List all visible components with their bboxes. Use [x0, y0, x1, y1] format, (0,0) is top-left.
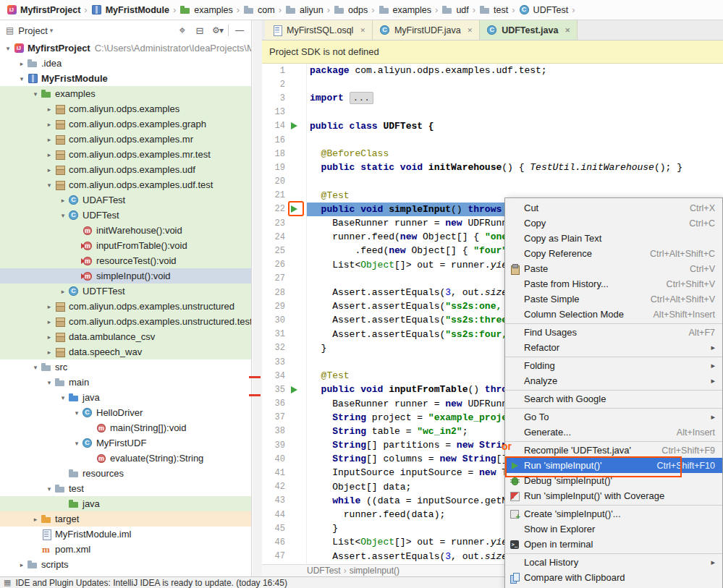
- tree-item[interactable]: ▾examples: [0, 86, 251, 101]
- code-line[interactable]: 18 @BeforeClass: [262, 147, 723, 161]
- hide-icon[interactable]: [231, 22, 248, 38]
- code-line[interactable]: 1package com.aliyun.odps.examples.udf.te…: [262, 64, 723, 77]
- tree-chevron-open-icon[interactable]: ▾: [3, 45, 13, 52]
- tree-item[interactable]: resources: [0, 466, 251, 481]
- tree-item[interactable]: ▸com.aliyun.odps.examples.graph: [0, 116, 251, 132]
- tree-item[interactable]: ▸target: [0, 511, 251, 527]
- tree-chevron-open-icon[interactable]: ▾: [30, 90, 41, 98]
- locate-icon[interactable]: [174, 22, 191, 38]
- tree-chevron-closed-icon[interactable]: ▸: [44, 151, 54, 158]
- tab-UDFTest.java[interactable]: UDFTest.java✕: [480, 20, 578, 40]
- menu-item[interactable]: Copy ReferenceCtrl+Alt+Shift+C: [505, 246, 722, 261]
- tree-item[interactable]: ▾src: [0, 359, 251, 375]
- run-icon[interactable]: [291, 386, 297, 393]
- tree-item[interactable]: ▾MyFirstUDF: [0, 435, 251, 451]
- menu-item[interactable]: Refactor▸: [505, 340, 722, 355]
- menu-item[interactable]: Column Selection ModeAlt+Shift+Insert: [505, 307, 722, 322]
- tree-item[interactable]: ▾MyFristModule: [0, 71, 251, 86]
- close-icon[interactable]: ✕: [565, 27, 570, 34]
- run-icon[interactable]: [291, 122, 297, 129]
- tree-chevron-closed-icon[interactable]: ▸: [44, 318, 54, 325]
- collapse-all-icon[interactable]: [191, 22, 208, 38]
- breadcrumb-item[interactable]: MyfirstProject: [4, 4, 82, 16]
- tree-item[interactable]: ▸com.aliyun.odps.examples: [0, 101, 251, 116]
- tree-item[interactable]: ▾com.aliyun.odps.examples.udf.test: [0, 177, 251, 192]
- code-line[interactable]: 13: [262, 106, 723, 119]
- menu-item[interactable]: CutCtrl+X: [505, 200, 722, 216]
- code-line[interactable]: 19 public static void initWarehouse() { …: [262, 161, 723, 174]
- menu-item[interactable]: Open in terminal: [505, 537, 722, 552]
- tree-chevron-closed-icon[interactable]: ▸: [44, 303, 54, 310]
- tree-item[interactable]: inputFromTable():void: [0, 238, 251, 253]
- tree-item[interactable]: ▸com.aliyun.odps.examples.unstructured.t…: [0, 314, 251, 329]
- code-line[interactable]: 16: [262, 133, 723, 147]
- close-icon[interactable]: ✕: [468, 27, 473, 34]
- menu-item[interactable]: Compare with Clipboard: [505, 570, 722, 585]
- tab-MyFirstUDF.java[interactable]: MyFirstUDF.java✕: [373, 20, 480, 40]
- menu-item[interactable]: Debug 'simpleInput()': [505, 473, 722, 488]
- tree-item[interactable]: ▸com.aliyun.odps.examples.unstructured: [0, 299, 251, 314]
- tree-chevron-open-icon[interactable]: ▾: [44, 485, 54, 493]
- breadcrumb-item[interactable]: aliyun: [284, 4, 325, 16]
- menu-item[interactable]: Create 'simpleInput()'...: [505, 506, 722, 521]
- menu-item[interactable]: Local History▸: [505, 555, 722, 570]
- tree-item[interactable]: ▾java: [0, 390, 251, 405]
- settings-icon[interactable]: [208, 22, 226, 38]
- tree-item[interactable]: ▾HelloDriver: [0, 405, 251, 420]
- tree-item[interactable]: simpleInput():void: [0, 268, 251, 284]
- breadcrumb-item[interactable]: examples: [178, 4, 234, 16]
- breadcrumb-item[interactable]: udf: [440, 4, 470, 16]
- tree-chevron-closed-icon[interactable]: ▸: [30, 516, 41, 523]
- menu-item[interactable]: Find UsagesAlt+F7: [505, 325, 722, 340]
- breadcrumb-item[interactable]: UDFTest: [517, 4, 570, 16]
- menu-item[interactable]: Folding▸: [505, 358, 722, 373]
- editor-breadcrumb-item[interactable]: UDFTest: [304, 566, 344, 576]
- tree-item[interactable]: ▸UDTFTest: [0, 284, 251, 299]
- close-icon[interactable]: ✕: [360, 27, 365, 34]
- tree-item[interactable]: MyFristModule.iml: [0, 527, 251, 542]
- breadcrumb-item[interactable]: examples: [377, 4, 434, 16]
- tree-item[interactable]: java: [0, 496, 251, 511]
- menu-item[interactable]: Run 'simpleInput()' with Coverage: [505, 488, 722, 503]
- code-line[interactable]: 3import ...: [262, 91, 723, 105]
- tree-item[interactable]: evaluate(String):String: [0, 451, 251, 466]
- project-tool-window-icon[interactable]: ▤: [6, 25, 14, 35]
- tree-item[interactable]: ▸scripts: [0, 557, 251, 572]
- menu-item[interactable]: Recompile 'UDFTest.java'Ctrl+Shift+F9: [505, 443, 722, 458]
- tree-item[interactable]: ▸.idea: [0, 56, 251, 71]
- tree-chevron-open-icon[interactable]: ▾: [72, 409, 82, 417]
- tree-chevron-open-icon[interactable]: ▾: [58, 394, 68, 401]
- tree-chevron-closed-icon[interactable]: ▸: [44, 121, 54, 128]
- tree-chevron-open-icon[interactable]: ▾: [58, 212, 68, 219]
- breadcrumb-item[interactable]: com: [242, 4, 276, 16]
- tree-chevron-open-icon[interactable]: ▾: [30, 364, 41, 371]
- tree-item[interactable]: main(String[]):void: [0, 420, 251, 435]
- tree-item[interactable]: ▾main: [0, 375, 251, 390]
- menu-item[interactable]: Run 'simpleInput()'Ctrl+Shift+F10: [505, 458, 722, 473]
- tree-item[interactable]: ▸com.aliyun.odps.examples.mr: [0, 132, 251, 147]
- menu-item[interactable]: Search with Google: [505, 391, 722, 406]
- code-line[interactable]: 2: [262, 77, 723, 91]
- menu-item[interactable]: Show in Explorer: [505, 521, 722, 537]
- code-line[interactable]: 20: [262, 175, 723, 189]
- tree-item[interactable]: initWarehouse():void: [0, 223, 251, 238]
- tree-item[interactable]: pom.xml: [0, 542, 251, 557]
- tree-chevron-closed-icon[interactable]: ▸: [44, 106, 54, 113]
- tree-item[interactable]: ▸data.ambulance_csv: [0, 329, 251, 344]
- tree-chevron-closed-icon[interactable]: ▸: [17, 60, 27, 67]
- tree-chevron-open-icon[interactable]: ▾: [44, 182, 54, 189]
- editor-breadcrumb-item[interactable]: simpleInput(): [347, 566, 402, 576]
- project-panel-title[interactable]: Project: [18, 25, 47, 36]
- breadcrumb-item[interactable]: MyFristModule: [90, 4, 171, 16]
- breadcrumb-item[interactable]: odps: [332, 4, 369, 16]
- status-message[interactable]: IDE and Plugin Updates: IntelliJ IDEA is…: [15, 578, 287, 588]
- tab-MyFirstSQL.osql[interactable]: MyFirstSQL.osql✕: [265, 20, 373, 40]
- tree-chevron-open-icon[interactable]: ▾: [17, 75, 27, 82]
- menu-item[interactable]: Paste from History...Ctrl+Shift+V: [505, 276, 722, 291]
- menu-item[interactable]: Analyze▸: [505, 373, 722, 388]
- tree-chevron-closed-icon[interactable]: ▸: [44, 136, 54, 143]
- breadcrumb-item[interactable]: test: [478, 4, 510, 16]
- tree-item[interactable]: ▸UDAFTest: [0, 192, 251, 208]
- menu-item[interactable]: Paste SimpleCtrl+Alt+Shift+V: [505, 291, 722, 307]
- tree-chevron-closed-icon[interactable]: ▸: [58, 288, 68, 295]
